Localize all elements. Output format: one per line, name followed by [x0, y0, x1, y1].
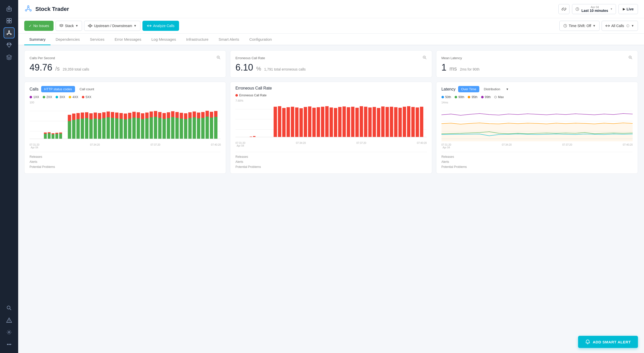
page-title: Stock Trader: [35, 6, 69, 12]
erroneous-chart-header: Erroneous Call Rate: [235, 86, 427, 91]
timeshift-chevron-icon: ▼: [593, 24, 596, 28]
svg-rect-141: [364, 107, 367, 137]
svg-point-19: [27, 7, 29, 9]
erroneous-releases[interactable]: Releases: [235, 154, 427, 159]
svg-rect-62: [107, 117, 110, 139]
svg-rect-5: [7, 21, 9, 23]
svg-rect-56: [94, 119, 97, 139]
svg-rect-145: [381, 106, 385, 137]
tab-smart-alerts[interactable]: Smart Alerts: [213, 34, 244, 45]
tab-infrastructure[interactable]: Infrastructure: [181, 34, 213, 45]
link-button[interactable]: [558, 4, 569, 14]
legend-3xx: 3XX: [56, 95, 65, 99]
content-area: Calls Per Second 49.76 /s 29,359 total c…: [18, 45, 644, 353]
ecr-zoom-icon[interactable]: [422, 55, 427, 61]
tab-dependencies[interactable]: Dependencies: [51, 34, 85, 45]
http-status-tab[interactable]: HTTP status codes: [41, 86, 75, 92]
svg-point-16: [28, 6, 29, 7]
tabs-nav: Summary Dependencies Services Error Mess…: [18, 34, 644, 45]
svg-rect-112: [214, 117, 217, 139]
svg-point-18: [30, 10, 31, 11]
svg-point-1: [8, 9, 9, 10]
cps-zoom-icon[interactable]: [216, 55, 221, 61]
add-smart-alert-button[interactable]: ADD SMART ALERT: [578, 336, 638, 348]
svg-rect-35: [44, 133, 47, 134]
svg-rect-144: [377, 108, 380, 137]
time-info: Apr 04 Last 10 minutes: [581, 6, 608, 13]
svg-rect-45: [68, 115, 71, 121]
svg-rect-48: [77, 119, 80, 139]
legend-dot-95th: [468, 96, 470, 98]
svg-rect-148: [394, 107, 398, 137]
stack-button[interactable]: Stack ▼: [56, 21, 82, 31]
svg-rect-34: [44, 134, 47, 139]
svg-rect-0: [7, 8, 11, 11]
latency-potential-problems[interactable]: Potential Problems: [441, 164, 633, 169]
no-issues-button[interactable]: ✓ No Issues: [24, 21, 54, 31]
erroneous-y-label: 7.60%: [235, 99, 243, 102]
tab-error-messages[interactable]: Error Messages: [110, 34, 146, 45]
latency-releases[interactable]: Releases: [441, 154, 633, 159]
svg-rect-79: [141, 113, 144, 119]
svg-rect-132: [325, 106, 329, 137]
cps-value: 49.76 /s 29,359 total calls: [30, 62, 221, 73]
erroneous-alerts[interactable]: Alerts: [235, 159, 427, 164]
alert-triangle-icon[interactable]: [4, 315, 15, 326]
mean-latency-card: Mean Latency 1 ms 2ms for 90th: [436, 50, 638, 78]
tab-services[interactable]: Services: [85, 34, 110, 45]
svg-rect-109: [206, 111, 209, 117]
sidebar: [0, 0, 18, 353]
time-picker[interactable]: Apr 04 Last 10 minutes ▼: [572, 4, 616, 14]
tab-log-messages[interactable]: Log Messages: [146, 34, 181, 45]
svg-rect-113: [214, 111, 217, 117]
svg-rect-47: [72, 114, 76, 120]
all-calls-button[interactable]: All Calls i ▼: [602, 21, 638, 31]
svg-rect-97: [180, 113, 183, 119]
latency-alerts[interactable]: Alerts: [441, 159, 633, 164]
ml-zoom-icon[interactable]: [628, 55, 633, 61]
erroneous-chart-footer: Releases Alerts Potential Problems: [235, 152, 427, 169]
settings-icon[interactable]: [4, 327, 15, 338]
svg-rect-76: [137, 118, 140, 139]
more-icon[interactable]: [4, 339, 15, 350]
calls-alerts[interactable]: Alerts: [30, 159, 221, 164]
services-icon[interactable]: [4, 27, 15, 38]
tab-configuration[interactable]: Configuration: [244, 34, 277, 45]
calls-releases[interactable]: Releases: [30, 154, 221, 159]
svg-rect-86: [158, 118, 161, 139]
header-left: Stock Trader: [24, 4, 69, 14]
layers-icon[interactable]: [4, 52, 15, 63]
erroneous-x-labels: 07:31:20Apr 04 07:34:20 07:37:20 07:40:2…: [235, 142, 427, 147]
upstream-downstream-button[interactable]: Upstream / Downstream ▼: [84, 21, 140, 31]
erroneous-potential-problems[interactable]: Potential Problems: [235, 164, 427, 169]
live-button[interactable]: ▶ Live: [618, 4, 638, 14]
svg-point-14: [9, 344, 10, 345]
svg-rect-54: [89, 119, 93, 139]
tab-summary[interactable]: Summary: [24, 34, 51, 45]
search-icon[interactable]: [4, 302, 15, 314]
svg-rect-75: [132, 112, 136, 118]
gem-icon[interactable]: [4, 39, 15, 51]
time-shift-button[interactable]: Time Shift: Off ▼: [559, 21, 600, 31]
svg-rect-49: [77, 113, 80, 119]
svg-rect-122: [282, 108, 286, 137]
toolbar-right: Time Shift: Off ▼ All Calls i ▼: [559, 21, 638, 31]
svg-rect-70: [124, 119, 127, 139]
svg-rect-64: [111, 118, 114, 139]
svg-point-24: [91, 25, 92, 26]
svg-rect-44: [68, 121, 71, 139]
latency-chevron-icon[interactable]: ▼: [506, 87, 509, 91]
calls-chart-svg: [30, 101, 221, 141]
dashboard-icon[interactable]: [4, 15, 15, 26]
svg-rect-65: [111, 112, 114, 118]
svg-marker-159: [441, 123, 633, 141]
legend-dot-2xx: [43, 96, 45, 98]
analyze-calls-button[interactable]: Analyze Calls: [142, 21, 179, 31]
robot-icon[interactable]: [4, 3, 15, 14]
distribution-tab[interactable]: Distribution: [482, 86, 502, 92]
calls-potential-problems[interactable]: Potential Problems: [30, 164, 221, 169]
over-time-tab[interactable]: Over Time: [458, 86, 479, 92]
svg-rect-87: [158, 112, 161, 118]
call-count-tab[interactable]: Call count: [78, 86, 96, 92]
svg-rect-51: [81, 113, 84, 119]
